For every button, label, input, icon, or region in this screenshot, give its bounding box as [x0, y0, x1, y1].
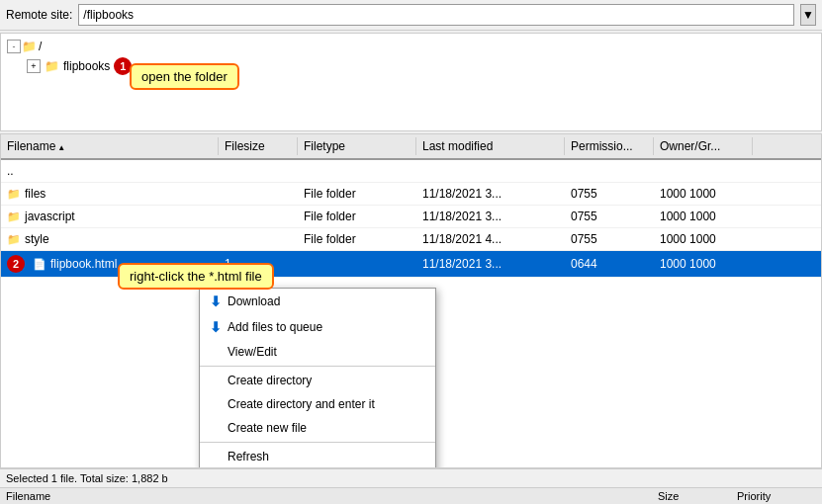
table-row[interactable]: .. — [1, 160, 821, 183]
callout-step1: open the folder — [130, 63, 239, 90]
app-container: Remote site: ▼ - 📁 / + 📁 flipbooks 1 ope… — [0, 0, 822, 504]
cell-name: .. — [1, 162, 219, 180]
tree-expand-child[interactable]: + — [27, 59, 41, 73]
tree-root-label: / — [39, 40, 42, 53]
col-permissions[interactable]: Permissio... — [565, 137, 654, 155]
menu-item-add-queue[interactable]: ⬇ Add files to queue — [200, 314, 435, 340]
status-text: Selected 1 file. Total size: 1,882 b — [6, 472, 168, 484]
folder-icon: 📁 — [7, 233, 21, 246]
menu-item-create-dir[interactable]: Create directory — [200, 369, 435, 392]
flipbooks-folder-icon: 📁 — [45, 59, 59, 73]
status-bar: Selected 1 file. Total size: 1,882 b — [0, 468, 822, 487]
menu-item-create-dir-enter[interactable]: Create directory and enter it — [200, 392, 435, 416]
col-owner[interactable]: Owner/Gr... — [654, 137, 753, 155]
folder-icon: 📁 — [7, 188, 21, 201]
file-list-container: Filename▲ Filesize Filetype Last modifie… — [0, 133, 822, 468]
flipbooks-label: flipbooks — [63, 59, 110, 73]
folder-icon: 📁 — [7, 210, 21, 223]
queue-bar: Filename Size Priority — [0, 487, 822, 504]
file-list-header: Filename▲ Filesize Filetype Last modifie… — [1, 134, 821, 160]
menu-separator — [200, 366, 435, 367]
menu-item-create-file[interactable]: Create new file — [200, 416, 435, 440]
remote-site-input[interactable] — [78, 4, 794, 26]
download-icon: ⬇ — [210, 294, 222, 309]
col-filetype[interactable]: Filetype — [298, 137, 416, 155]
menu-item-download[interactable]: ⬇ Download — [200, 289, 435, 314]
remote-site-label: Remote site: — [6, 8, 72, 22]
callout-step2: right-click the *.html file — [118, 263, 274, 290]
context-menu: ⬇ Download ⬇ Add files to queue View/Edi… — [199, 288, 436, 468]
remote-site-bar: Remote site: ▼ — [0, 0, 822, 31]
table-row[interactable]: 📁files File folder 11/18/2021 3... 0755 … — [1, 183, 821, 206]
cell-name: 📁style — [1, 230, 219, 248]
root-folder-icon: 📁 — [22, 40, 37, 53]
cell-name: 📁javascript — [1, 208, 219, 225]
tree-root: - 📁 / — [7, 38, 815, 55]
cell-name: 📁files — [1, 185, 219, 203]
tree-expand-root[interactable]: - — [7, 40, 21, 53]
col-filename[interactable]: Filename▲ — [1, 137, 219, 155]
menu-item-refresh[interactable]: Refresh — [200, 445, 435, 468]
step2-badge: 2 — [7, 255, 25, 273]
table-row[interactable]: 📁style File folder 11/18/2021 4... 0755 … — [1, 228, 821, 251]
queue-priority-col: Priority — [737, 490, 816, 502]
col-filesize[interactable]: Filesize — [219, 137, 298, 155]
queue-filename-col: Filename — [6, 490, 658, 502]
addqueue-icon: ⬇ — [210, 319, 222, 335]
menu-separator — [200, 442, 435, 443]
menu-item-viewedit[interactable]: View/Edit — [200, 340, 435, 364]
table-row[interactable]: 📁javascript File folder 11/18/2021 3... … — [1, 206, 821, 228]
col-lastmodified[interactable]: Last modified — [416, 137, 565, 155]
queue-size-col: Size — [658, 490, 737, 502]
file-tree-area: - 📁 / + 📁 flipbooks 1 open the folder — [0, 33, 822, 131]
html-file-icon: 📄 — [33, 258, 46, 271]
remote-site-dropdown[interactable]: ▼ — [800, 4, 816, 26]
